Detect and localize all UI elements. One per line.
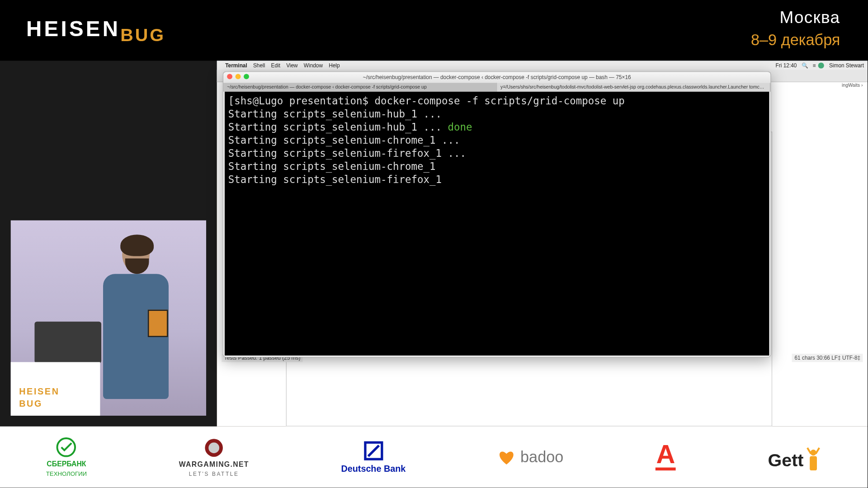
- speaker-camera: HEISENBUG: [11, 221, 206, 416]
- conference-logo: HEISENBUG: [26, 17, 165, 42]
- terminal-tab-2[interactable]: y=/Users/shs/src/heisenbug/todolist-mvc/…: [497, 83, 770, 92]
- location-label: Москва: [779, 8, 840, 27]
- speaker-laptop: [34, 322, 101, 363]
- svg-rect-5: [810, 456, 817, 470]
- menu-shell[interactable]: Shell: [253, 62, 265, 68]
- screen-share: Terminal Shell Edit View Window Help Fri…: [217, 61, 868, 426]
- svg-line-7: [807, 447, 811, 453]
- menu-view[interactable]: View: [286, 62, 298, 68]
- sponsor-sub: ТЕХНОЛОГИИ: [46, 470, 87, 477]
- terminal-tab-1[interactable]: ~/src/heisenbug/presentation — docker-co…: [223, 83, 497, 92]
- deutsche-icon: [363, 441, 383, 461]
- svg-line-8: [816, 447, 819, 453]
- menu-window[interactable]: Window: [304, 62, 323, 68]
- menu-app[interactable]: Terminal: [225, 62, 247, 68]
- window-close-icon[interactable]: [227, 74, 232, 79]
- window-zoom-icon[interactable]: [244, 74, 249, 79]
- menu-edit[interactable]: Edit: [271, 62, 280, 68]
- speaker-panel: HEISENBUG: [0, 61, 217, 426]
- svg-point-2: [208, 442, 219, 453]
- ide-status-right: 61 chars 30:66 LF‡ UTF-8‡: [792, 354, 863, 362]
- mac-menu-bar: Terminal Shell Edit View Window Help Fri…: [217, 61, 868, 70]
- sberbank-icon: [57, 437, 77, 457]
- sponsor-label: badoo: [520, 448, 563, 466]
- conference-header: HEISENBUG Москва 8–9 декабря: [0, 0, 868, 61]
- notifications-icon[interactable]: ≡: [813, 62, 816, 68]
- sponsor-label: Deutsche Bank: [341, 463, 406, 473]
- dates-label: 8–9 декабря: [751, 31, 840, 50]
- sponsor-alfa: A: [656, 444, 676, 470]
- sponsor-deutsche: Deutsche Bank: [341, 441, 406, 473]
- terminal-output[interactable]: [shs@Lugo presentation$ docker-compose -…: [225, 92, 769, 356]
- terminal-tabs: ~/src/heisenbug/presentation — docker-co…: [223, 83, 770, 92]
- wargaming-icon: [204, 437, 224, 458]
- svg-line-4: [368, 446, 379, 456]
- podium: HEISENBUG: [11, 362, 100, 416]
- sponsor-wargaming: WARGAMING.NET LET'S BATTLE: [179, 437, 249, 477]
- terminal-titlebar[interactable]: ~/src/heisenbug/presentation — docker-co…: [223, 72, 770, 83]
- menubar-clock[interactable]: Fri 12:40: [776, 62, 797, 68]
- terminal-title-text: ~/src/heisenbug/presentation — docker-co…: [363, 75, 631, 80]
- sponsor-sberbank: СБЕРБАНК ТЕХНОЛОГИИ: [46, 437, 87, 477]
- podium-logo: HEISENBUG: [19, 385, 59, 409]
- user-avatar-icon[interactable]: [818, 62, 824, 68]
- terminal-window[interactable]: ~/src/heisenbug/presentation — docker-co…: [223, 71, 771, 357]
- alfa-underline-icon: [656, 468, 676, 471]
- logo-text-accent: BUG: [120, 25, 165, 44]
- menu-help[interactable]: Help: [329, 62, 340, 68]
- menubar-user[interactable]: Simon Stewart: [829, 62, 864, 68]
- gett-person-icon: [805, 444, 821, 470]
- sponsor-sub: LET'S BATTLE: [189, 471, 239, 477]
- sponsor-label: WARGAMING.NET: [179, 460, 249, 468]
- logo-text-main: HEISEN: [26, 17, 120, 41]
- sponsor-gett: Gett: [768, 444, 821, 470]
- sponsor-label: СБЕРБАНК: [47, 460, 86, 468]
- sponsor-bar: СБЕРБАНК ТЕХНОЛОГИИ WARGAMING.NET LET'S …: [0, 427, 868, 488]
- sponsor-label: Gett: [768, 450, 803, 470]
- sponsor-label: A: [656, 444, 675, 465]
- sponsor-badoo: badoo: [498, 448, 563, 466]
- window-minimize-icon[interactable]: [236, 74, 241, 79]
- heart-icon: [498, 449, 516, 465]
- speaker-figure: [100, 238, 171, 416]
- spotlight-icon[interactable]: 🔍: [802, 62, 808, 68]
- ide-tab-right[interactable]: ingWaits ›: [842, 83, 863, 88]
